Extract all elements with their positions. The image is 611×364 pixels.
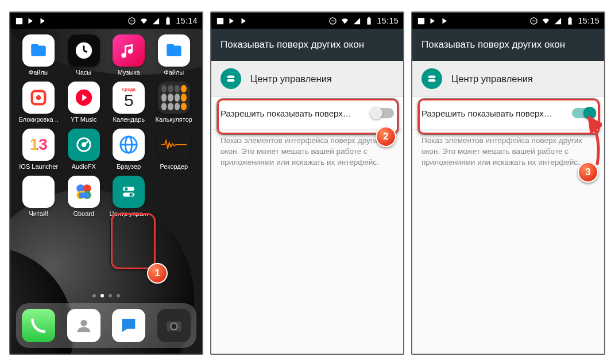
permission-label: Разрешить показывать поверх др.. — [421, 109, 554, 118]
battery-icon — [365, 17, 373, 25]
permission-description: Показ элементов интерфейса поверх других… — [211, 130, 403, 168]
app-icon — [421, 68, 442, 89]
phone-settings-off: 15:15 Показывать поверх других окон Цент… — [210, 11, 404, 355]
home-screen: Файлы Часы Музыка Файлы Блокировка .. YT… — [10, 29, 202, 354]
status-time: 15:14 — [176, 16, 198, 25]
app-audiofx[interactable]: AudioFX — [61, 129, 107, 170]
cast-icon — [240, 17, 249, 25]
permission-row[interactable]: Разрешить показывать поверх др.. — [412, 97, 604, 130]
app-header: Центр управления — [412, 61, 604, 97]
app-icon — [221, 68, 241, 89]
picture-icon — [15, 17, 24, 25]
app-ytmusic[interactable]: YT Music — [61, 82, 107, 123]
dock-contacts[interactable] — [67, 309, 100, 342]
svg-rect-10 — [167, 44, 174, 48]
svg-point-31 — [171, 323, 177, 330]
wifi-icon — [341, 17, 349, 25]
settings-screen: Показывать поверх других окон Центр упра… — [211, 29, 403, 354]
app-browser[interactable]: Браузер — [106, 129, 152, 170]
svg-point-29 — [80, 320, 87, 326]
svg-point-12 — [36, 95, 41, 100]
status-time: 15:15 — [377, 16, 399, 25]
cast-icon — [228, 17, 237, 25]
app-control-center[interactable]: Центр упра... — [106, 176, 152, 217]
svg-rect-39 — [532, 20, 536, 21]
app-calculator[interactable]: Калькулятор — [152, 82, 197, 123]
wifi-icon — [542, 17, 550, 25]
battery-icon — [566, 17, 574, 25]
picture-icon — [417, 17, 426, 25]
app-ioslauncher[interactable]: 13IOS Launcher — [16, 129, 61, 170]
svg-rect-43 — [428, 79, 436, 82]
app-music[interactable]: Музыка — [106, 34, 152, 76]
svg-rect-40 — [569, 18, 572, 24]
dock-phone[interactable] — [22, 309, 55, 342]
settings-title: Показывать поверх других окон — [412, 29, 604, 61]
dock — [16, 303, 196, 348]
wifi-icon — [140, 17, 148, 25]
step-badge-3: 3 — [578, 162, 598, 183]
cast-icon — [39, 17, 48, 25]
dock-messages[interactable] — [112, 309, 145, 342]
phone-home-screen: 15:14 Файлы Часы Музыка Файлы Блокировка… — [9, 11, 203, 355]
app-files-2[interactable]: Файлы — [152, 34, 197, 76]
battery-icon — [164, 17, 172, 25]
app-gboard[interactable]: Gboard — [61, 176, 107, 217]
cast-icon — [441, 17, 450, 25]
status-bar: 15:15 — [412, 13, 604, 29]
svg-rect-1 — [130, 20, 134, 21]
svg-rect-41 — [570, 17, 571, 18]
svg-rect-33 — [331, 20, 335, 21]
settings-title: Показывать поверх других окон — [211, 29, 403, 61]
cast-icon — [429, 17, 438, 25]
svg-rect-42 — [428, 76, 436, 79]
app-clock[interactable]: Часы — [61, 34, 107, 76]
svg-rect-37 — [227, 79, 235, 82]
permission-description: Показ элементов интерфейса поверх других… — [412, 130, 604, 168]
svg-rect-36 — [227, 76, 235, 79]
svg-point-28 — [130, 193, 133, 196]
phone-settings-on: 15:15 Показывать поверх других окон Цент… — [411, 11, 605, 355]
app-files[interactable]: Файлы — [16, 34, 61, 76]
step-badge-2: 2 — [376, 126, 396, 147]
app-name: Центр управления — [250, 73, 332, 84]
page-indicator — [10, 294, 202, 297]
svg-rect-24 — [79, 192, 88, 198]
svg-point-26 — [125, 187, 128, 191]
app-name: Центр управления — [451, 73, 533, 84]
dnd-icon — [529, 17, 538, 25]
app-header: Центр управления — [211, 61, 403, 97]
app-lock[interactable]: Блокировка .. — [16, 82, 61, 123]
step-badge-1: 1 — [147, 263, 168, 284]
svg-rect-2 — [167, 18, 170, 24]
app-recorder[interactable]: Рекордер — [152, 129, 197, 170]
signal-icon — [353, 17, 361, 25]
status-time: 15:15 — [578, 16, 600, 25]
app-grid: Файлы Часы Музыка Файлы Блокировка .. YT… — [10, 34, 202, 217]
permission-label: Разрешить показывать поверх др.. — [221, 109, 353, 118]
svg-rect-5 — [32, 44, 39, 48]
svg-rect-3 — [168, 17, 169, 18]
dnd-icon — [127, 17, 136, 25]
status-bar: 15:14 — [10, 13, 202, 29]
app-read[interactable]: Читай! — [16, 176, 61, 217]
cast-icon — [27, 17, 36, 25]
picture-icon — [216, 17, 225, 25]
signal-icon — [152, 17, 160, 25]
dock-camera[interactable] — [157, 309, 191, 342]
svg-rect-35 — [369, 17, 370, 18]
settings-screen: Показывать поверх других окон Центр упра… — [412, 29, 604, 354]
status-bar: 15:15 — [211, 13, 403, 29]
permission-toggle-on[interactable] — [572, 108, 595, 118]
permission-toggle-off[interactable] — [371, 108, 394, 118]
app-calendar[interactable]: среда5Календарь — [106, 82, 152, 123]
signal-icon — [554, 17, 562, 25]
svg-rect-34 — [368, 18, 371, 24]
permission-row[interactable]: Разрешить показывать поверх др.. — [211, 97, 403, 130]
dnd-icon — [328, 17, 337, 25]
